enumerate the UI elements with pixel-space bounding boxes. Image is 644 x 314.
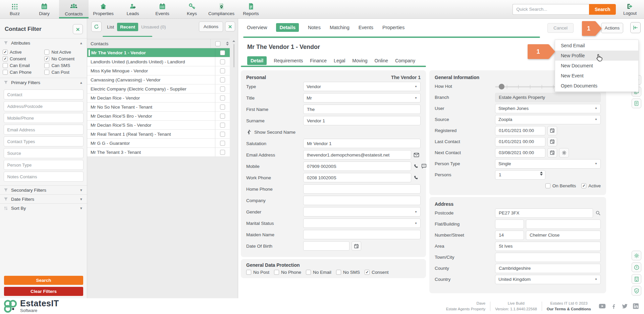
- checkbox-on-benefits[interactable]: On Benefits: [545, 183, 576, 188]
- quick-search-input[interactable]: [513, 4, 589, 15]
- tab-overview[interactable]: Overview: [247, 25, 267, 30]
- filter-search-button[interactable]: Search: [4, 276, 83, 285]
- registered-date-field[interactable]: [495, 126, 545, 135]
- email-field[interactable]: [303, 150, 411, 160]
- nav-item-events[interactable]: Events: [148, 0, 177, 18]
- filter-address-postcode-input[interactable]: [4, 101, 84, 111]
- tab-recent[interactable]: Recent: [117, 23, 138, 31]
- nav-item-properties[interactable]: Properties: [89, 0, 118, 18]
- attributes-section-header[interactable]: Attributes ▲: [0, 38, 87, 47]
- salutation-field[interactable]: [303, 139, 421, 148]
- row-checkbox[interactable]: [220, 150, 225, 155]
- filter-person-type-input[interactable]: [4, 160, 84, 170]
- checkbox-consent[interactable]: Consent: [365, 270, 388, 275]
- menu-item-send-email[interactable]: Send Email: [555, 41, 638, 51]
- close-contacts-button[interactable]: ×: [225, 21, 235, 32]
- menu-item-open-documents[interactable]: Open Documents: [555, 81, 638, 91]
- county-field[interactable]: [495, 264, 601, 273]
- checkbox-active[interactable]: Active: [3, 50, 44, 55]
- filter-contact-types-input[interactable]: [4, 136, 84, 146]
- subtab-detail[interactable]: Detail: [247, 56, 267, 65]
- row-checkbox[interactable]: [220, 86, 225, 91]
- tab-matching[interactable]: Matching: [330, 25, 350, 30]
- street-number-field[interactable]: [495, 231, 524, 240]
- building-field[interactable]: [526, 219, 601, 229]
- linkedin-icon[interactable]: [632, 303, 639, 310]
- checkbox-can-sms[interactable]: Can SMS: [44, 63, 84, 68]
- nav-item-contacts[interactable]: Contacts: [59, 0, 89, 18]
- tab-properties[interactable]: Properties: [382, 25, 405, 30]
- envelope-icon[interactable]: [413, 152, 420, 158]
- first-name-field[interactable]: [303, 105, 421, 114]
- checkbox-consent[interactable]: Consent: [3, 56, 44, 61]
- postcode-field[interactable]: [495, 208, 593, 218]
- slider-knob[interactable]: [499, 84, 504, 89]
- person-type-select[interactable]: Single▼: [495, 159, 601, 169]
- tab-notes[interactable]: Notes: [308, 25, 321, 30]
- checkbox-no-consent[interactable]: No Consent: [44, 56, 84, 61]
- subtab-legal[interactable]: Legal: [334, 58, 345, 63]
- flat-number-field[interactable]: [495, 219, 524, 229]
- subtab-moving[interactable]: Moving: [352, 58, 367, 63]
- rail-building-button[interactable]: [632, 274, 641, 284]
- subtab-company[interactable]: Company: [395, 58, 415, 63]
- checkbox-can-post[interactable]: Can Post: [44, 70, 84, 75]
- subtab-finance[interactable]: Finance: [310, 58, 327, 63]
- rail-settings-button[interactable]: [632, 251, 641, 260]
- contact-row[interactable]: Mr The Tenant 3 - Tenant: [87, 148, 230, 157]
- rail-help-button[interactable]: [632, 262, 641, 272]
- street-field[interactable]: [526, 231, 601, 240]
- checkbox-no-post[interactable]: No Post: [246, 270, 269, 275]
- tab-list[interactable]: List: [104, 23, 117, 31]
- contact-row[interactable]: Mr Declan Rice'S Bro - Vendor: [87, 112, 230, 121]
- checkbox-no-sms[interactable]: No SMS: [336, 270, 360, 275]
- logout-button[interactable]: Logout: [620, 3, 640, 16]
- select-all-checkbox[interactable]: [215, 41, 220, 46]
- checkbox-can-phone[interactable]: Can Phone: [3, 70, 44, 75]
- contact-row[interactable]: Landlords United (Landlords United) - La…: [87, 57, 230, 66]
- search-icon[interactable]: [595, 210, 601, 216]
- filter-mobile-phone-input[interactable]: [4, 113, 84, 123]
- marital-status-select[interactable]: ▼: [303, 218, 421, 228]
- filter-source-input[interactable]: [4, 148, 84, 158]
- close-filter-button[interactable]: ×: [73, 24, 83, 34]
- filter-notes-contains-input[interactable]: [4, 172, 84, 182]
- town-city-field[interactable]: [495, 253, 601, 262]
- row-checkbox[interactable]: [220, 141, 225, 146]
- show-second-name-link[interactable]: Show Second Name: [246, 126, 421, 138]
- contacts-scrollbar[interactable]: [231, 39, 236, 289]
- scroll-up-icon[interactable]: [232, 40, 235, 42]
- area-field[interactable]: [495, 242, 601, 251]
- checkbox-not-active[interactable]: Not Active: [44, 50, 84, 55]
- filter-email-input[interactable]: [4, 125, 84, 135]
- row-checkbox[interactable]: [220, 59, 225, 64]
- title-select[interactable]: Mr▼: [303, 93, 421, 103]
- contact-row[interactable]: Canvassing (Canvassing) - Vendor: [87, 75, 230, 84]
- contact-row[interactable]: Mr No So Nice Tenant - Tenant: [87, 103, 230, 112]
- row-checkbox[interactable]: [220, 96, 225, 101]
- phone-icon[interactable]: [413, 164, 419, 169]
- contact-row[interactable]: Mr The Vendor 1 - Vendor: [87, 48, 230, 57]
- stepper-arrows[interactable]: [540, 172, 543, 176]
- tab-events[interactable]: Events: [359, 25, 373, 30]
- tab-details[interactable]: Details: [276, 23, 299, 32]
- contacts-actions-button[interactable]: Actions: [199, 21, 223, 32]
- last-contact-date-field[interactable]: [495, 137, 545, 146]
- contact-row[interactable]: Mr Real Tenant 1 (Real Tenant) - Tenant: [87, 130, 230, 139]
- contact-row[interactable]: Mr Declan Rice - Vendor: [87, 93, 230, 103]
- persons-stepper[interactable]: [495, 170, 545, 180]
- gender-select[interactable]: ▼: [303, 207, 421, 216]
- home-phone-field[interactable]: [303, 184, 421, 194]
- row-checkbox[interactable]: [220, 105, 225, 110]
- filter-contact-input[interactable]: [4, 89, 84, 100]
- row-checkbox[interactable]: [220, 114, 225, 119]
- phone-icon[interactable]: [413, 175, 419, 181]
- sms-bubble-icon[interactable]: [421, 163, 427, 169]
- contact-row[interactable]: Mr G G - Guarantor: [87, 139, 230, 148]
- global-search-button[interactable]: Search: [589, 4, 616, 15]
- nav-item-compliances[interactable]: Compliances: [207, 0, 236, 18]
- nav-item-leads[interactable]: Leads: [118, 0, 148, 18]
- calendar-picker-button[interactable]: [547, 126, 557, 135]
- calendar-picker-button[interactable]: [547, 137, 557, 146]
- checkbox-no-email[interactable]: No Email: [306, 270, 331, 275]
